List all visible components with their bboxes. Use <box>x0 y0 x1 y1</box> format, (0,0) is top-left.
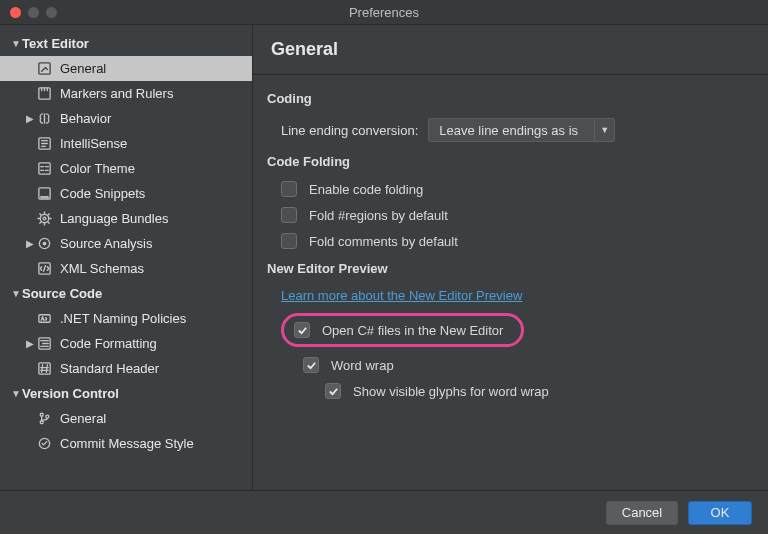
ruler-icon <box>36 86 52 102</box>
tree-item-code-formatting[interactable]: ▶Code Formatting <box>0 331 252 356</box>
tree-item-label: Behavior <box>60 111 111 126</box>
svg-point-9 <box>43 217 46 220</box>
line-ending-label: Line ending conversion: <box>281 123 418 138</box>
glyphs-row: Show visible glyphs for word wrap <box>267 383 764 399</box>
tree-item-label: XML Schemas <box>60 261 144 276</box>
page-title: General <box>271 39 750 60</box>
chevron-right-icon[interactable]: ▶ <box>24 338 36 349</box>
code-folding-checkbox[interactable] <box>281 207 297 223</box>
naming-icon <box>36 311 52 327</box>
preferences-tree: ▼Text Editor▶General▶Markers and Rulers▶… <box>0 25 253 490</box>
edit-icon <box>36 61 52 77</box>
cancel-button[interactable]: Cancel <box>606 501 678 525</box>
tree-item-xml-schemas[interactable]: ▶XML Schemas <box>0 256 252 281</box>
tree-item-standard-header[interactable]: ▶Standard Header <box>0 356 252 381</box>
svg-rect-13 <box>38 315 49 323</box>
code-folding-row: Enable code folding <box>267 181 764 197</box>
dialog-footer: Cancel OK <box>0 490 768 534</box>
tree-item-label: .NET Naming Policies <box>60 311 186 326</box>
tree-item-source-analysis[interactable]: ▶Source Analysis <box>0 231 252 256</box>
snippet-icon <box>36 186 52 202</box>
glyphs-checkbox[interactable] <box>325 383 341 399</box>
svg-point-7 <box>46 196 48 198</box>
line-ending-select[interactable]: Leave line endings as is ▼ <box>428 118 615 142</box>
tree-item-label: General <box>60 61 106 76</box>
chevron-down-icon[interactable]: ▼ <box>10 38 22 49</box>
check-circle-icon <box>36 436 52 452</box>
tree-item-label: Commit Message Style <box>60 436 194 451</box>
line-ending-row: Line ending conversion: Leave line endin… <box>267 118 764 142</box>
tree-item-color-theme[interactable]: ▶Color Theme <box>0 156 252 181</box>
learn-more-row: Learn more about the New Editor Preview <box>267 288 764 303</box>
tree-item-text-editor[interactable]: ▼Text Editor <box>0 31 252 56</box>
open-csharp-checkbox[interactable] <box>294 322 310 338</box>
tree-item-label: Text Editor <box>22 36 89 51</box>
ok-button[interactable]: OK <box>688 501 752 525</box>
tree-item-general[interactable]: ▶General <box>0 406 252 431</box>
window-title: Preferences <box>0 5 768 20</box>
svg-point-11 <box>42 242 46 246</box>
tree-item-markers-and-rulers[interactable]: ▶Markers and Rulers <box>0 81 252 106</box>
chevron-down-icon[interactable]: ▼ <box>10 288 22 299</box>
cancel-button-label: Cancel <box>622 505 662 520</box>
tree-item-behavior[interactable]: ▶Behavior <box>0 106 252 131</box>
tree-item-intellisense[interactable]: ▶IntelliSense <box>0 131 252 156</box>
open-csharp-row: Open C# files in the New Editor <box>267 313 764 347</box>
open-csharp-label: Open C# files in the New Editor <box>322 323 503 338</box>
tree-item-source-code[interactable]: ▼Source Code <box>0 281 252 306</box>
tree-item-label: Standard Header <box>60 361 159 376</box>
branch-icon <box>36 411 52 427</box>
learn-more-link[interactable]: Learn more about the New Editor Preview <box>281 288 522 303</box>
code-folding-row: Fold comments by default <box>267 233 764 249</box>
svg-point-6 <box>43 196 45 198</box>
word-wrap-row: Word wrap <box>267 357 764 373</box>
code-folding-label: Enable code folding <box>309 182 423 197</box>
line-ending-value: Leave line endings as is <box>429 123 594 138</box>
code-folding-row: Fold #regions by default <box>267 207 764 223</box>
code-folding-checkbox[interactable] <box>281 233 297 249</box>
section-new-editor-title: New Editor Preview <box>267 261 764 276</box>
format-icon <box>36 336 52 352</box>
palette-icon <box>36 161 52 177</box>
svg-rect-15 <box>38 363 49 374</box>
svg-rect-3 <box>38 163 49 174</box>
code-folding-label: Fold comments by default <box>309 234 458 249</box>
glyphs-label: Show visible glyphs for word wrap <box>353 384 549 399</box>
page-body: Coding Line ending conversion: Leave lin… <box>253 73 768 490</box>
page-header: General <box>253 25 768 75</box>
tree-item-language-bundles[interactable]: ▶Language Bundles <box>0 206 252 231</box>
chevron-right-icon[interactable]: ▶ <box>24 238 36 249</box>
tree-item-label: Version Control <box>22 386 119 401</box>
tree-item-label: Code Snippets <box>60 186 145 201</box>
ok-button-label: OK <box>711 505 730 520</box>
tree-item-label: Color Theme <box>60 161 135 176</box>
preferences-page: General Coding Line ending conversion: L… <box>253 25 768 490</box>
tree-item-label: General <box>60 411 106 426</box>
tree-item-commit-message-style[interactable]: ▶Commit Message Style <box>0 431 252 456</box>
tree-item--net-naming-policies[interactable]: ▶.NET Naming Policies <box>0 306 252 331</box>
target-icon <box>36 236 52 252</box>
section-coding-title: Coding <box>267 91 764 106</box>
tree-item-version-control[interactable]: ▼Version Control <box>0 381 252 406</box>
titlebar: Preferences <box>0 0 768 25</box>
tree-item-label: Code Formatting <box>60 336 157 351</box>
chevron-down-icon[interactable]: ▼ <box>10 388 22 399</box>
open-csharp-highlight: Open C# files in the New Editor <box>281 313 524 347</box>
section-code-folding-title: Code Folding <box>267 154 764 169</box>
chevron-right-icon[interactable]: ▶ <box>24 113 36 124</box>
intellisense-icon <box>36 136 52 152</box>
main-split: ▼Text Editor▶General▶Markers and Rulers▶… <box>0 25 768 490</box>
tree-item-label: IntelliSense <box>60 136 127 151</box>
dropdown-arrow-icon: ▼ <box>594 119 614 141</box>
tree-item-code-snippets[interactable]: ▶Code Snippets <box>0 181 252 206</box>
svg-point-5 <box>40 196 42 198</box>
brain-icon <box>36 111 52 127</box>
word-wrap-label: Word wrap <box>331 358 394 373</box>
gear-icon <box>36 211 52 227</box>
code-folding-checkbox[interactable] <box>281 181 297 197</box>
tree-item-general[interactable]: ▶General <box>0 56 252 81</box>
tree-item-label: Language Bundles <box>60 211 168 226</box>
code-folding-label: Fold #regions by default <box>309 208 448 223</box>
word-wrap-checkbox[interactable] <box>303 357 319 373</box>
xml-icon <box>36 261 52 277</box>
